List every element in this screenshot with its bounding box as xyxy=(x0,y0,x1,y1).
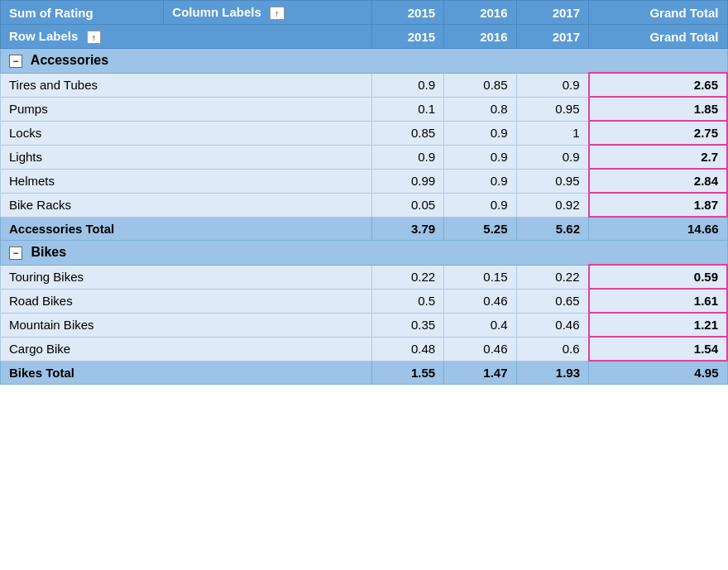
row-mountain-bikes: Mountain Bikes 0.35 0.4 0.46 1.21 xyxy=(1,313,728,337)
cargo-bike-grand: 1.54 xyxy=(589,337,727,361)
bikes-category-label: − Bikes xyxy=(1,241,728,266)
year-2017-header2: 2017 xyxy=(516,25,588,49)
cargo-bike-label: Cargo Bike xyxy=(1,337,372,361)
collapse-bikes-btn[interactable]: − xyxy=(9,247,22,260)
bike-racks-2017: 0.92 xyxy=(516,193,588,217)
row-tires-and-tubes: Tires and Tubes 0.9 0.85 0.9 2.65 xyxy=(1,73,728,97)
tires-label: Tires and Tubes xyxy=(1,73,372,97)
pumps-grand: 1.85 xyxy=(589,97,727,121)
mountain-bikes-2017: 0.46 xyxy=(516,313,588,337)
category-accessories: − Accessories xyxy=(1,49,728,74)
mountain-bikes-2016: 0.4 xyxy=(444,313,516,337)
road-bikes-2017: 0.65 xyxy=(516,289,588,313)
touring-bikes-label: Touring Bikes xyxy=(1,265,372,289)
bikes-label: Bikes xyxy=(31,245,66,259)
bikes-total-grand: 4.95 xyxy=(589,361,727,385)
year-2015-header: 2015 xyxy=(371,1,443,25)
lights-2016: 0.9 xyxy=(444,145,516,169)
locks-label: Locks xyxy=(1,121,372,145)
row-pumps: Pumps 0.1 0.8 0.95 1.85 xyxy=(1,97,728,121)
bikes-total-2015: 1.55 xyxy=(371,361,443,385)
accessories-total-2016: 5.25 xyxy=(444,217,516,241)
row-labels-text: Row Labels xyxy=(9,29,78,43)
pumps-label: Pumps xyxy=(1,97,372,121)
tires-grand: 2.65 xyxy=(589,73,727,97)
touring-bikes-2015: 0.22 xyxy=(371,265,443,289)
sum-of-rating-label: Sum of Rating xyxy=(1,1,164,25)
bikes-total-row: Bikes Total 1.55 1.47 1.93 4.95 xyxy=(1,361,728,385)
year-2015-header2: 2015 xyxy=(371,25,443,49)
pivot-table: Sum of Rating Column Labels ↑ 2015 2016 … xyxy=(0,0,728,385)
touring-bikes-grand: 0.59 xyxy=(589,265,727,289)
cargo-bike-2015: 0.48 xyxy=(371,337,443,361)
accessories-total-2015: 3.79 xyxy=(371,217,443,241)
locks-2015: 0.85 xyxy=(371,121,443,145)
year-2016-header: 2016 xyxy=(444,1,516,25)
row-bike-racks: Bike Racks 0.05 0.9 0.92 1.87 xyxy=(1,193,728,217)
accessories-label: Accessories xyxy=(31,53,108,67)
tires-2016: 0.85 xyxy=(444,73,516,97)
year-2017-header: 2017 xyxy=(516,1,588,25)
accessories-category-label: − Accessories xyxy=(1,49,728,74)
tires-2015: 0.9 xyxy=(371,73,443,97)
road-bikes-2016: 0.46 xyxy=(444,289,516,313)
touring-bikes-2017: 0.22 xyxy=(516,265,588,289)
grand-total-header2: Grand Total xyxy=(589,25,727,49)
column-labels-text: Column Labels xyxy=(172,5,261,19)
bike-racks-2016: 0.9 xyxy=(444,193,516,217)
lights-2015: 0.9 xyxy=(371,145,443,169)
header-row-2: Row Labels ↑ 2015 2016 2017 Grand Total xyxy=(1,25,728,49)
touring-bikes-2016: 0.15 xyxy=(444,265,516,289)
cargo-bike-2016: 0.46 xyxy=(444,337,516,361)
row-cargo-bike: Cargo Bike 0.48 0.46 0.6 1.54 xyxy=(1,337,728,361)
column-labels-cell: Column Labels ↑ xyxy=(164,1,371,25)
lights-2017: 0.9 xyxy=(516,145,588,169)
row-lights: Lights 0.9 0.9 0.9 2.7 xyxy=(1,145,728,169)
bike-racks-grand: 1.87 xyxy=(589,193,727,217)
helmets-2017: 0.95 xyxy=(516,169,588,193)
category-bikes: − Bikes xyxy=(1,241,728,266)
row-labels-cell: Row Labels ↑ xyxy=(1,25,372,49)
road-bikes-grand: 1.61 xyxy=(589,289,727,313)
mountain-bikes-label: Mountain Bikes xyxy=(1,313,372,337)
accessories-total-row: Accessories Total 3.79 5.25 5.62 14.66 xyxy=(1,217,728,241)
year-2016-header2: 2016 xyxy=(444,25,516,49)
bike-racks-label: Bike Racks xyxy=(1,193,372,217)
road-bikes-label: Road Bikes xyxy=(1,289,372,313)
header-row-1: Sum of Rating Column Labels ↑ 2015 2016 … xyxy=(1,1,728,25)
bikes-total-2017: 1.93 xyxy=(516,361,588,385)
pumps-2015: 0.1 xyxy=(371,97,443,121)
helmets-grand: 2.84 xyxy=(589,169,727,193)
collapse-accessories-btn[interactable]: − xyxy=(9,55,22,68)
accessories-total-grand: 14.66 xyxy=(589,217,727,241)
row-helmets: Helmets 0.99 0.9 0.95 2.84 xyxy=(1,169,728,193)
lights-label: Lights xyxy=(1,145,372,169)
pumps-2016: 0.8 xyxy=(444,97,516,121)
bikes-total-2016: 1.47 xyxy=(444,361,516,385)
accessories-total-2017: 5.62 xyxy=(516,217,588,241)
helmets-2016: 0.9 xyxy=(444,169,516,193)
helmets-2015: 0.99 xyxy=(371,169,443,193)
row-touring-bikes: Touring Bikes 0.22 0.15 0.22 0.59 xyxy=(1,265,728,289)
locks-2016: 0.9 xyxy=(444,121,516,145)
locks-2017: 1 xyxy=(516,121,588,145)
sum-of-rating-text: Sum of Rating xyxy=(9,6,93,20)
grand-total-header: Grand Total xyxy=(589,1,727,25)
road-bikes-2015: 0.5 xyxy=(371,289,443,313)
tires-2017: 0.9 xyxy=(516,73,588,97)
cargo-bike-2017: 0.6 xyxy=(516,337,588,361)
accessories-total-label: Accessories Total xyxy=(1,217,372,241)
pumps-2017: 0.95 xyxy=(516,97,588,121)
column-labels-sort-btn[interactable]: ↑ xyxy=(270,7,285,20)
row-road-bikes: Road Bikes 0.5 0.46 0.65 1.61 xyxy=(1,289,728,313)
row-labels-sort-btn[interactable]: ↑ xyxy=(87,31,102,44)
helmets-label: Helmets xyxy=(1,169,372,193)
row-locks: Locks 0.85 0.9 1 2.75 xyxy=(1,121,728,145)
locks-grand: 2.75 xyxy=(589,121,727,145)
bikes-total-label: Bikes Total xyxy=(1,361,372,385)
mountain-bikes-2015: 0.35 xyxy=(371,313,443,337)
lights-grand: 2.7 xyxy=(589,145,727,169)
bike-racks-2015: 0.05 xyxy=(371,193,443,217)
mountain-bikes-grand: 1.21 xyxy=(589,313,727,337)
